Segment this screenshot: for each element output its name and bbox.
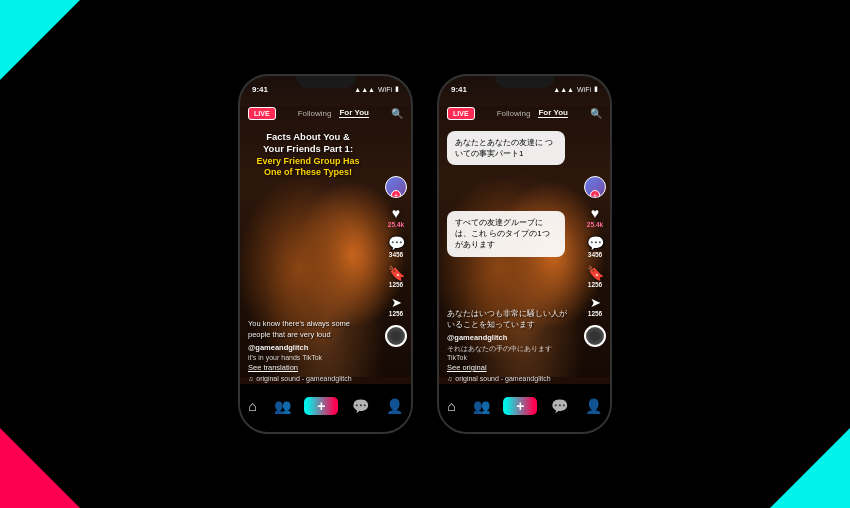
phone-notch-right [495, 76, 555, 88]
top-nav-right: LIVE Following For You 🔍 [439, 98, 610, 128]
plus-icon-left: + [317, 398, 325, 414]
translate-link-left[interactable]: See translation [248, 363, 369, 372]
status-time-left: 9:41 [252, 85, 268, 94]
share-icon-right: ➤ [590, 296, 601, 309]
nav-discover-left[interactable]: 👥 [274, 398, 291, 414]
nav-home-right[interactable]: ⌂ [447, 398, 455, 414]
caption-sub-right: それはあなたの手の中にありますTikTok [447, 344, 568, 361]
avatar-plus-left: + [391, 190, 401, 198]
nav-for-you-left[interactable]: For You [339, 108, 368, 118]
music-disc-btn-left[interactable] [385, 325, 407, 347]
share-btn-right[interactable]: ➤ 1256 [588, 296, 602, 317]
jp-bubble-1-right: あなたとあなたの友達に ついての事実パート1 [447, 131, 565, 165]
discover-icon-right: 👥 [473, 398, 490, 414]
music-disc-btn-right[interactable] [584, 325, 606, 347]
caption-text-right: あなたはいつも非常に騒しい人が いることを知っています [447, 309, 568, 330]
bottom-nav-right: ⌂ 👥 + 💬 👤 [439, 384, 610, 432]
home-icon-right: ⌂ [447, 398, 455, 414]
nav-following-right[interactable]: Following [497, 109, 531, 118]
caption-music-left: ♫ original sound - gameandglitch [248, 375, 369, 382]
like-count-right: 25.4k [587, 221, 603, 228]
comment-icon-left: 💬 [388, 236, 405, 250]
bookmark-btn-right[interactable]: 🔖 1256 [587, 266, 604, 288]
music-disc-right [584, 325, 606, 347]
nav-tabs-left: Following For You [298, 108, 369, 118]
music-disc-left [385, 325, 407, 347]
music-note-icon-left: ♫ [248, 375, 253, 382]
music-note-icon-right: ♫ [447, 375, 452, 382]
like-btn-right[interactable]: ♥ 25.4k [587, 206, 603, 228]
caption-handle-left[interactable]: @gameandglitch [248, 343, 369, 352]
comment-icon-right: 💬 [587, 236, 604, 250]
caption-text-left: You know there's always some people that… [248, 319, 369, 340]
title-line2-left: Your Friends Part 1: [250, 143, 366, 155]
plus-icon-right: + [516, 398, 524, 414]
home-icon-left: ⌂ [248, 398, 256, 414]
wifi-icon-right: WiFi [577, 86, 591, 93]
bookmark-count-right: 1256 [588, 281, 602, 288]
music-text-left: original sound - gameandglitch [256, 375, 351, 382]
creator-avatar-right: + [584, 176, 606, 198]
signal-icon-right: ▲▲▲ [553, 86, 574, 93]
inbox-icon-left: 💬 [352, 398, 369, 414]
bookmark-btn-left[interactable]: 🔖 1256 [388, 266, 405, 288]
profile-icon-left: 👤 [386, 398, 403, 414]
nav-inbox-right[interactable]: 💬 [551, 398, 568, 414]
add-btn-right[interactable]: + [506, 397, 534, 415]
phone-left: 9:41 ▲▲▲ WiFi ▮ LIVE Following For You 🔍… [238, 74, 413, 434]
signal-icon-left: ▲▲▲ [354, 86, 375, 93]
jp-text-1-right: あなたとあなたの友達に ついての事実パート1 [455, 137, 557, 159]
bookmark-icon-right: 🔖 [587, 266, 604, 280]
nav-home-left[interactable]: ⌂ [248, 398, 256, 414]
heart-icon-right: ♥ [591, 206, 599, 220]
phone-notch-left [296, 76, 356, 88]
live-badge-right[interactable]: LIVE [447, 107, 475, 120]
side-actions-right: + ♥ 25.4k 💬 3456 🔖 1256 ➤ 1256 [584, 176, 606, 347]
like-count-left: 25.4k [388, 221, 404, 228]
share-icon-left: ➤ [391, 296, 402, 309]
profile-icon-right: 👤 [585, 398, 602, 414]
jp-text-2-right: すべての友達グループには、これ らのタイプの1つがあります [455, 217, 557, 251]
caption-handle-right[interactable]: @gameandglitch [447, 333, 568, 342]
phone-right: 9:41 ▲▲▲ WiFi ▮ LIVE Following For You 🔍… [437, 74, 612, 434]
search-icon-left[interactable]: 🔍 [391, 108, 403, 119]
wifi-icon-left: WiFi [378, 86, 392, 93]
discover-icon-left: 👥 [274, 398, 291, 414]
nav-profile-right[interactable]: 👤 [585, 398, 602, 414]
battery-icon-left: ▮ [395, 85, 399, 93]
jp-bubble-2-right: すべての友達グループには、これ らのタイプの1つがあります [447, 211, 565, 257]
nav-following-left[interactable]: Following [298, 109, 332, 118]
music-text-right: original sound - gameandglitch [455, 375, 550, 382]
creator-avatar-btn-right[interactable]: + [584, 176, 606, 198]
like-btn-left[interactable]: ♥ 25.4k [388, 206, 404, 228]
phones-container: 9:41 ▲▲▲ WiFi ▮ LIVE Following For You 🔍… [0, 54, 850, 454]
live-badge-left[interactable]: LIVE [248, 107, 276, 120]
status-icons-left: ▲▲▲ WiFi ▮ [354, 85, 399, 93]
nav-profile-left[interactable]: 👤 [386, 398, 403, 414]
comment-count-right: 3456 [588, 251, 602, 258]
status-icons-right: ▲▲▲ WiFi ▮ [553, 85, 598, 93]
creator-avatar-left: + [385, 176, 407, 198]
add-btn-left[interactable]: + [307, 397, 335, 415]
search-icon-right[interactable]: 🔍 [590, 108, 602, 119]
comment-count-left: 3456 [389, 251, 403, 258]
title-yellow-left: Every Friend Group Has One of These Type… [250, 156, 366, 179]
comment-btn-right[interactable]: 💬 3456 [587, 236, 604, 258]
caption-sub-left: it's in your hands TikTok [248, 354, 369, 361]
heart-icon-left: ♥ [392, 206, 400, 220]
top-nav-left: LIVE Following For You 🔍 [240, 98, 411, 128]
nav-tabs-right: Following For You [497, 108, 568, 118]
translate-link-right[interactable]: See original [447, 363, 568, 372]
comment-btn-left[interactable]: 💬 3456 [388, 236, 405, 258]
nav-for-you-right[interactable]: For You [538, 108, 567, 118]
caption-area-right: あなたはいつも非常に騒しい人が いることを知っています @gameandglit… [447, 309, 568, 382]
nav-inbox-left[interactable]: 💬 [352, 398, 369, 414]
battery-icon-right: ▮ [594, 85, 598, 93]
caption-music-right: ♫ original sound - gameandglitch [447, 375, 568, 382]
nav-discover-right[interactable]: 👥 [473, 398, 490, 414]
title-line1-left: Facts About You & [250, 131, 366, 143]
inbox-icon-right: 💬 [551, 398, 568, 414]
creator-avatar-btn-left[interactable]: + [385, 176, 407, 198]
share-count-left: 1256 [389, 310, 403, 317]
share-btn-left[interactable]: ➤ 1256 [389, 296, 403, 317]
